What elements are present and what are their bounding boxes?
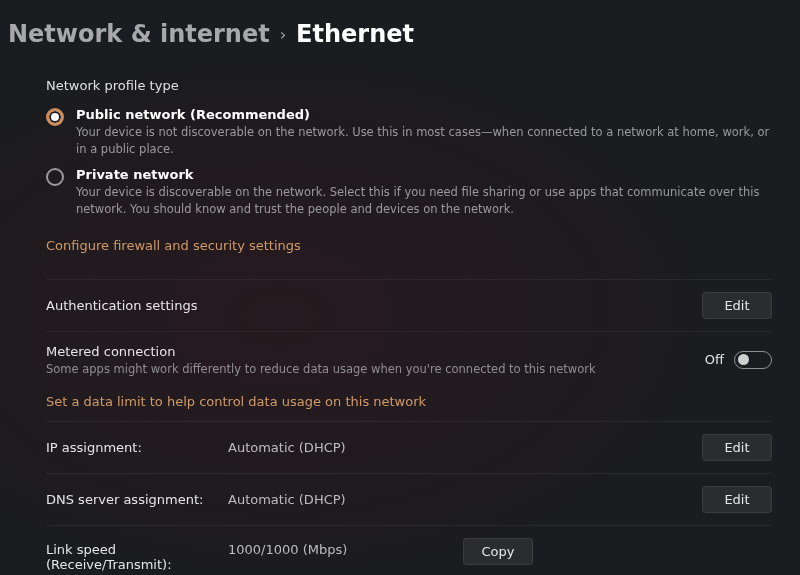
public-network-label: Public network (Recommended) xyxy=(76,107,772,122)
network-profile-section: Network profile type Public network (Rec… xyxy=(46,64,772,280)
copy-button[interactable]: Copy xyxy=(463,538,533,565)
chevron-right-icon: › xyxy=(280,25,286,44)
dns-assignment-edit-button[interactable]: Edit xyxy=(702,486,772,513)
public-network-desc: Your device is not discoverable on the n… xyxy=(76,124,772,157)
authentication-edit-button[interactable]: Edit xyxy=(702,292,772,319)
radio-unselected-icon[interactable] xyxy=(46,168,64,186)
dns-assignment-value: Automatic (DHCP) xyxy=(228,492,702,507)
data-limit-link[interactable]: Set a data limit to help control data us… xyxy=(46,394,772,409)
breadcrumb: Network & internet › Ethernet xyxy=(0,0,800,64)
private-network-option[interactable]: Private network Your device is discovera… xyxy=(46,167,772,217)
metered-section: Metered connection Some apps might work … xyxy=(46,332,772,422)
property-value: 1000/1000 (Mbps) xyxy=(228,538,463,575)
toggle-knob-icon xyxy=(738,354,749,365)
private-network-label: Private network xyxy=(76,167,772,182)
metered-toggle[interactable] xyxy=(734,351,772,369)
network-profile-header: Network profile type xyxy=(46,78,772,93)
ip-assignment-value: Automatic (DHCP) xyxy=(228,440,702,455)
breadcrumb-parent[interactable]: Network & internet xyxy=(8,20,270,48)
authentication-row: Authentication settings Edit xyxy=(46,280,772,332)
breadcrumb-current: Ethernet xyxy=(296,20,414,48)
dns-assignment-row: DNS server assignment: Automatic (DHCP) … xyxy=(46,474,772,526)
metered-desc: Some apps might work differently to redu… xyxy=(46,362,596,376)
metered-label: Metered connection xyxy=(46,344,596,359)
radio-selected-icon[interactable] xyxy=(46,108,64,126)
authentication-label: Authentication settings xyxy=(46,298,197,313)
metered-toggle-state: Off xyxy=(705,352,724,367)
firewall-settings-link[interactable]: Configure firewall and security settings xyxy=(46,238,301,253)
property-key: Link speed (Receive/Transmit): xyxy=(46,538,228,575)
properties-grid: Copy Link speed (Receive/Transmit):1000/… xyxy=(46,526,772,575)
dns-assignment-label: DNS server assignment: xyxy=(46,492,228,507)
private-network-desc: Your device is discoverable on the netwo… xyxy=(76,184,772,217)
ip-assignment-edit-button[interactable]: Edit xyxy=(702,434,772,461)
public-network-option[interactable]: Public network (Recommended) Your device… xyxy=(46,107,772,157)
ip-assignment-label: IP assignment: xyxy=(46,440,228,455)
ip-assignment-row: IP assignment: Automatic (DHCP) Edit xyxy=(46,422,772,474)
